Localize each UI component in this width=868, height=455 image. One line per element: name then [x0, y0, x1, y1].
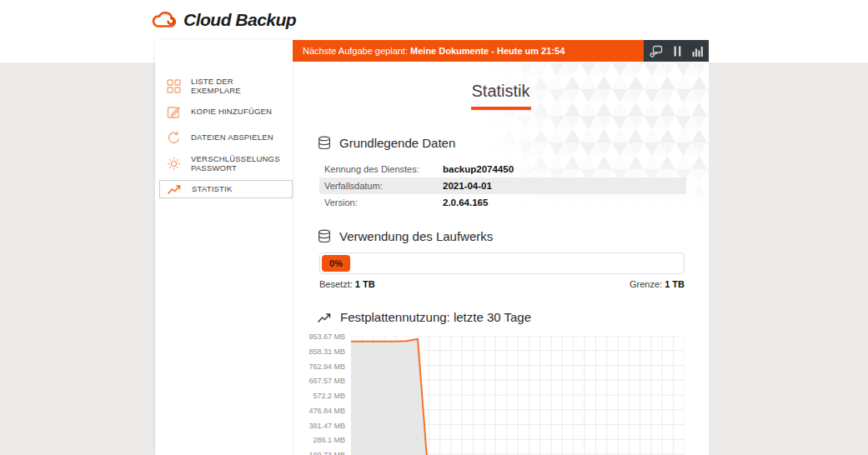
chart-heading-text: Festplattennutzung: letzte 30 Tage [340, 310, 531, 324]
disk-usage-chart [351, 336, 685, 455]
page-title: Statistik [293, 82, 709, 101]
sidebar-item-statistik[interactable]: STATISTIK [159, 180, 293, 198]
used-value: 1 TB [355, 279, 375, 289]
chart-heading: Festplattennutzung: letzte 30 Tage [318, 310, 531, 324]
chart-y-tick: 953.67 MB [309, 332, 345, 341]
main-content: Statistik Grundlegende Daten Kennung des… [293, 62, 709, 455]
chart-y-tick: 286.1 MB [313, 436, 345, 444]
sidebar-item-label: DATEIEN ABSPIELEN [191, 133, 284, 142]
sidebar-item-label: VERSCHLÜSSELUNGS PASSWORT [191, 155, 284, 173]
sidebar-item-label: KOPIE HINZUFÜGEN [191, 108, 284, 117]
pause-icon[interactable] [674, 46, 681, 57]
stats-bars-icon[interactable] [692, 46, 704, 57]
chart-y-tick: 667.57 MB [309, 377, 345, 385]
drive-usage-progress-bar: 0% [319, 252, 685, 274]
restore-icon [167, 131, 181, 145]
used-label: Besetzt: 1 TB [319, 279, 375, 289]
chart-y-tick: 190.73 MB [309, 451, 345, 455]
sidebar-item-verschluesselungs-passwort[interactable]: VERSCHLÜSSELUNGS PASSWORT [155, 151, 293, 177]
sidebar-item-label: STATISTIK [192, 185, 285, 194]
table-row: Version: 2.0.64.165 [319, 194, 686, 211]
next-task-detail: Meine Dokumente - Heute um 21:54 [410, 46, 564, 56]
sidebar-item-kopie-hinzufuegen[interactable]: KOPIE HINZUFÜGEN [155, 99, 293, 125]
row-value: backup2074450 [443, 164, 514, 174]
sidebar-item-label: LISTE DER EXEMPLARE [191, 78, 284, 96]
sidebar-item-dateien-abspielen[interactable]: DATEIEN ABSPIELEN [155, 125, 293, 151]
limit-label: Grenze: 1 TB [630, 279, 685, 289]
drive-icon [318, 229, 331, 243]
row-value: 2.0.64.165 [443, 198, 488, 208]
chart-y-tick: 858.31 MB [309, 348, 345, 356]
next-task-banner: Nächste Aufgabe geplant: Meine Dokumente… [293, 40, 709, 62]
limit-value: 1 TB [665, 279, 685, 289]
gear-icon [167, 157, 181, 171]
chart-y-tick: 476.84 MB [309, 407, 345, 415]
basic-data-heading-text: Grundlegende Daten [339, 136, 455, 150]
drive-usage-labels: Besetzt: 1 TB Grenze: 1 TB [319, 279, 685, 289]
drive-usage-heading: Verwendung des Laufwerks [318, 229, 493, 243]
basic-data-heading: Grundlegende Daten [318, 136, 455, 150]
remote-session-icon[interactable] [650, 45, 663, 58]
cloud-logo-icon [150, 8, 180, 32]
next-task-message: Nächste Aufgabe geplant: Meine Dokumente… [293, 40, 644, 62]
app-logo-text: Cloud Backup [183, 10, 296, 30]
row-value: 2021-04-01 [443, 181, 492, 191]
page-title-block: Statistik [293, 82, 709, 110]
edit-icon [167, 105, 181, 119]
chart-y-tick: 572.2 MB [313, 392, 345, 400]
table-row: Kennung des Dienstes: backup2074450 [319, 161, 686, 178]
row-label: Version: [324, 198, 443, 208]
drive-usage-heading-text: Verwendung des Laufwerks [339, 229, 493, 243]
app-logo: Cloud Backup [150, 8, 296, 32]
banner-action-bar [644, 40, 709, 62]
table-row: Verfallsdatum: 2021-04-01 [319, 178, 686, 194]
trend-icon [318, 312, 332, 323]
database-icon [318, 136, 331, 150]
row-label: Kennung des Dienstes: [324, 164, 443, 174]
grid-icon [167, 79, 181, 93]
app-window: Cloud Backup Nächste Aufgabe geplant: Me… [0, 0, 868, 455]
chart-y-tick: 762.94 MB [309, 362, 345, 371]
chart-line-icon [168, 183, 182, 195]
progress-percent-badge: 0% [322, 255, 350, 272]
title-underline [471, 107, 531, 110]
row-label: Verfallsdatum: [324, 181, 443, 191]
sidebar-item-liste-der-exemplare[interactable]: LISTE DER EXEMPLARE [155, 73, 293, 99]
chart-y-tick: 381.47 MB [309, 422, 345, 430]
basic-data-table: Kennung des Dienstes: backup2074450 Verf… [319, 161, 686, 211]
sidebar: LISTE DER EXEMPLARE KOPIE HINZUFÜGEN DAT… [155, 40, 293, 455]
